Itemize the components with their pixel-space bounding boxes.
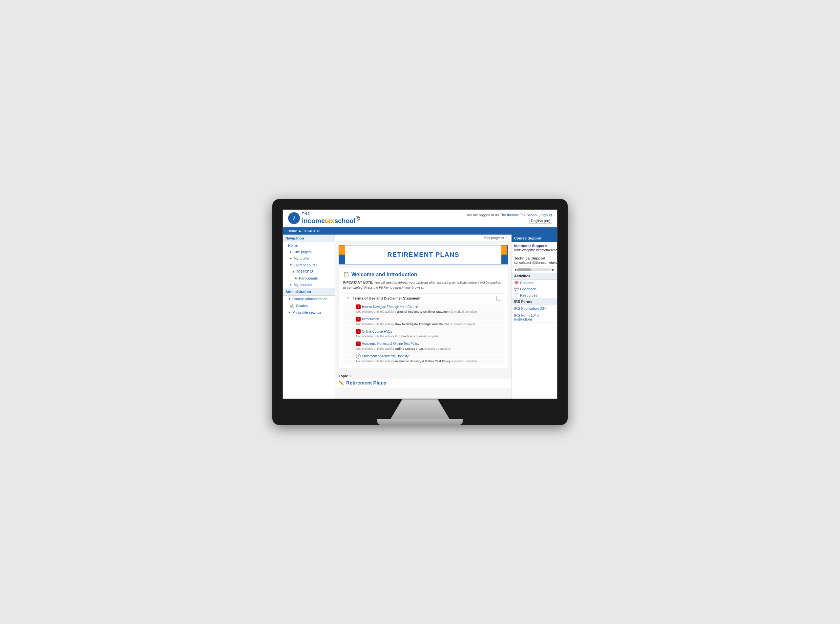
hero-title: RETIREMENT PLANS: [345, 251, 501, 258]
honesty-note: Not available until the activity Online …: [356, 347, 501, 351]
intro-label: Introduction: [362, 317, 379, 321]
progress-help-icon[interactable]: ?: [505, 236, 507, 240]
intro-title[interactable]: ! Introduction: [356, 317, 501, 321]
faqs-label: Online Course FAQs: [362, 330, 392, 333]
stripe-left: [339, 246, 345, 264]
stripe-blue: [339, 255, 345, 264]
logo-area: i THE incometaxschool®: [288, 212, 360, 224]
profile-settings-label: My profile settings: [292, 310, 321, 314]
arrow-right-icon: ►: [289, 257, 292, 260]
arrow-right-icon: ►: [289, 283, 292, 286]
instructor-email[interactable]: instructor@theincometaxschoo: [514, 248, 558, 252]
resources-icon: 📄: [514, 293, 519, 297]
sub-item-navigate: ! How to Navigate Through Your Course No…: [343, 303, 504, 315]
faqs-note-bold: Introduction: [395, 335, 412, 338]
sidebar-item-course-admin[interactable]: ▼ Course administration: [283, 296, 335, 302]
sidebar-item-my-profile[interactable]: ► My profile: [283, 255, 335, 262]
sidebar-item-home[interactable]: Home: [283, 242, 335, 249]
hero-banner: RETIREMENT PLANS: [339, 245, 508, 264]
statement-label: Statement of Academic Honesty: [362, 354, 409, 358]
scroll-thumb: [517, 268, 531, 271]
feedback-link[interactable]: 💬 Feedback: [511, 286, 557, 292]
sub-item-faqs: ! Online Course FAQs Not available until…: [343, 327, 504, 340]
irs-pub-334-label: IRS Publication 334: [514, 306, 546, 310]
sidebar-item-profile-settings[interactable]: ► My profile settings: [283, 309, 335, 316]
stripe-orange: [339, 246, 345, 255]
sidebar-item-participants[interactable]: ► Participants: [283, 275, 335, 281]
irs-form-1040[interactable]: IRS Form 1040 Instructions: [511, 312, 557, 323]
scroll-right-arrow[interactable]: ▶: [552, 268, 554, 271]
screen: i THE incometaxschool® You are logged in…: [282, 209, 558, 399]
breadcrumb-separator: ►: [298, 229, 302, 233]
welcome-icon: 📋: [343, 271, 349, 278]
red-icon-4: !: [356, 341, 361, 346]
sub-item-statement: ? Statement of Academic Honesty Not avai…: [343, 352, 504, 365]
resources-link[interactable]: 📄 Resources: [511, 292, 557, 298]
instructor-support: Instructor Support: instructor@theincome…: [511, 242, 557, 254]
sidebar-item-site-pages[interactable]: ► Site pages: [283, 249, 335, 255]
arrow-down-icon: ▼: [292, 270, 295, 273]
topic-title-text: Retirement Plans: [346, 380, 386, 386]
administration-header: Administration: [283, 288, 335, 296]
arrow-down-icon: ▼: [288, 297, 291, 301]
sub-item-honesty: ! Academic Honesty & Online Test Policy …: [343, 340, 504, 352]
monitor-base: [377, 419, 463, 425]
site-pages-label: Site pages: [294, 250, 311, 254]
logo-text: THE incometaxschool®: [302, 212, 360, 224]
welcome-section: 📋 Welcome and Introduction IMPORTANT NOT…: [339, 268, 508, 368]
arrow-down-icon: ▼: [289, 263, 292, 267]
choices-link[interactable]: 🎯 Choices: [511, 280, 557, 286]
honesty-label: Academic Honesty & Online Test Policy: [362, 342, 419, 346]
logout-link[interactable]: (Logout): [539, 213, 552, 217]
sidebar-item-current-course[interactable]: ▼ Current course: [283, 262, 335, 268]
topic-section: Topic 1: [335, 371, 511, 379]
sidebar-item-grades[interactable]: 📊 Grades: [283, 302, 335, 309]
terms-checkbox[interactable]: [496, 296, 501, 301]
breadcrumb: Home ► 2014CE13: [283, 227, 557, 235]
right-sidebar: Course Support Instructor Support: instr…: [511, 235, 557, 398]
question-sub-icon: ?: [356, 354, 361, 358]
faqs-note: Not available until the activity Introdu…: [356, 334, 501, 338]
red-icon-2: !: [356, 317, 361, 321]
logo-registered: ®: [355, 215, 360, 222]
top-right: You are logged in as The Income Tax Scho…: [466, 213, 552, 224]
honesty-note-bold: Online Course FAQs: [395, 347, 424, 351]
navigate-title[interactable]: ! How to Navigate Through Your Course: [356, 304, 501, 309]
faqs-title[interactable]: ! Online Course FAQs: [356, 329, 501, 334]
pencil-icon: ✏️: [339, 380, 344, 386]
user-name-link[interactable]: The Income Tax School: [500, 213, 537, 217]
irs-form-1040-label: IRS Form 1040 Instructions: [514, 313, 539, 321]
sidebar-item-2014ce13[interactable]: ▼ 2014CE13: [283, 268, 335, 275]
sidebar-item-my-courses[interactable]: ► My courses: [283, 281, 335, 288]
technical-label: Technical Support:: [514, 256, 554, 260]
instructor-label: Instructor Support:: [514, 244, 554, 248]
language-selector[interactable]: English (en): [529, 218, 552, 224]
current-course-label: Current course: [294, 263, 318, 267]
scroll-bar-area: ◀ ▶: [511, 267, 557, 273]
scroll-left-arrow[interactable]: ◀: [514, 268, 516, 271]
activity-row-terms[interactable]: ? Terms of Use and Disclaimer Statement: [343, 293, 504, 303]
breadcrumb-home[interactable]: Home: [287, 229, 297, 233]
technical-email[interactable]: schooladmin@theincometaxsc: [514, 261, 558, 264]
resources-label: Resources: [520, 293, 537, 297]
logged-in-text: You are logged in as: [466, 213, 499, 217]
top-bar: i THE incometaxschool® You are logged in…: [283, 210, 557, 227]
activity-list: ? Terms of Use and Disclaimer Statement …: [343, 293, 504, 365]
course-admin-label: Course administration: [292, 297, 327, 301]
irs-pub-334[interactable]: IRS Publication 334: [511, 305, 557, 312]
participants-label: Participants: [299, 276, 318, 280]
welcome-title-text: Welcome and Introduction: [351, 272, 417, 278]
my-profile-label: My profile: [294, 256, 309, 261]
statement-title[interactable]: ? Statement of Academic Honesty: [356, 354, 501, 358]
activities-header: Activities: [511, 273, 557, 280]
navigation-header: Navigation: [283, 235, 335, 242]
scroll-track[interactable]: [517, 268, 551, 271]
logo-school: school: [334, 217, 355, 224]
statement-note: Not available until the activity Academi…: [356, 359, 501, 363]
logo-the: THE: [302, 212, 360, 216]
red-icon: !: [356, 304, 361, 309]
sub-item-intro: ! Introduction Not available until the a…: [343, 315, 504, 328]
left-sidebar: Navigation Home ► Site pages ► My profil…: [283, 235, 335, 398]
topic-label: Topic 1: [339, 374, 351, 378]
honesty-title[interactable]: ! Academic Honesty & Online Test Policy: [356, 341, 501, 346]
